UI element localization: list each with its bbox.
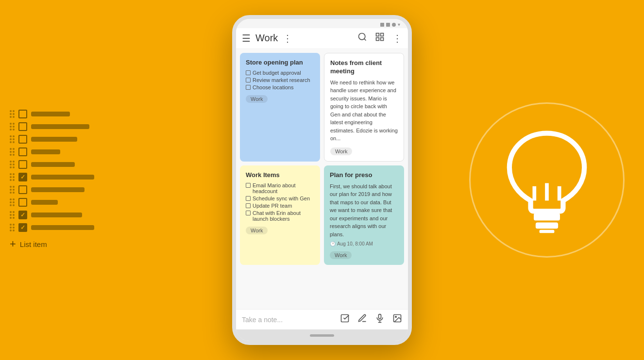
phone-body: ▾ ☰ Work ⋮ ⋮ Store opening [232,15,412,345]
checkbox-5[interactable] [18,160,27,169]
drag-handle[interactable] [10,211,15,219]
check-label: Review market research [253,77,310,83]
checkbox-10[interactable] [18,223,27,232]
drag-handle[interactable] [10,224,15,231]
checkbox-8[interactable] [18,198,27,207]
checkbox-3[interactable] [18,135,27,144]
note-client-meeting[interactable]: Notes from client meeting We need to ret… [324,53,404,162]
svg-rect-6 [341,315,349,322]
drag-handle[interactable] [10,135,15,143]
notes-grid: Store opening plan Get budget approval R… [236,48,408,309]
svg-rect-15 [534,213,560,220]
clock-icon: 🕐 [330,241,336,246]
search-icon[interactable] [357,32,367,44]
svg-point-11 [395,316,397,318]
check-item-1: Email Mario about headcount [246,182,314,194]
list-row-9 [10,211,94,219]
note-label-tag: Work [246,227,268,234]
svg-rect-3 [381,33,384,36]
check-item-4: Chat with Erin about launch blockers [246,210,314,222]
signal-icon-2 [386,23,390,27]
left-list-panel: + List item [10,110,94,250]
drag-handle[interactable] [10,148,15,156]
add-list-item[interactable]: + List item [10,238,94,250]
svg-line-1 [364,39,366,41]
svg-rect-7 [379,314,381,319]
list-row-1 [10,110,94,118]
check-label: Update PR team [253,203,292,209]
mini-checkbox [246,183,251,188]
circle-background [469,102,625,258]
checkbox-6[interactable] [18,173,27,181]
mini-checkbox [246,211,251,215]
menu-icon[interactable]: ☰ [242,33,251,44]
mini-checkbox [246,203,251,208]
take-note-placeholder[interactable]: Take a note... [242,316,283,324]
check-label: Choose locations [253,84,293,90]
options-icon[interactable]: ⋮ [392,33,402,44]
note-label-tag: Work [330,251,352,259]
mini-checkbox [246,70,251,75]
layout-icon[interactable] [375,32,385,44]
check-label: Email Mario about headcount [253,182,314,194]
check-item-3: Update PR team [246,203,314,209]
check-item-2: Schedule sync with Gen [246,196,314,201]
svg-rect-4 [376,38,379,41]
list-row-5 [10,160,94,169]
signal-icon [380,23,384,27]
bar-5 [31,162,75,167]
bottom-action-icons [340,313,402,326]
checkbox-1[interactable] [18,110,27,118]
note-store-opening[interactable]: Store opening plan Get budget approval R… [240,53,320,162]
check-item-1: Get budget approval [246,70,314,76]
drag-handle[interactable] [10,123,15,131]
more-dots-icon[interactable]: ⋮ [283,33,292,44]
note-timestamp: 🕐 Aug 10, 8:00 AM [330,241,398,246]
drag-handle[interactable] [10,161,15,168]
image-icon[interactable] [392,313,402,326]
bar-9 [31,213,82,217]
checkbox-icon[interactable] [340,313,350,326]
mini-checkbox [246,196,251,201]
bar-3 [31,137,77,142]
list-row-7 [10,185,94,194]
list-row-2 [10,122,94,131]
bar-10 [31,225,94,230]
svg-rect-5 [381,38,384,41]
bar-2 [31,124,89,129]
drag-handle[interactable] [10,186,15,194]
drag-handle[interactable] [10,173,15,181]
bar-4 [31,149,60,154]
checkbox-4[interactable] [18,147,27,156]
bar-7 [31,187,85,192]
note-checklist: Get budget approval Review market resear… [246,70,314,90]
svg-rect-16 [536,222,558,229]
app-header: ☰ Work ⋮ ⋮ [236,28,408,48]
list-row-10 [10,223,94,232]
list-row-3 [10,135,94,144]
checkbox-9[interactable] [18,211,27,219]
drag-handle[interactable] [10,198,15,206]
note-plan-preso[interactable]: Plan for preso First, we should talk abo… [324,165,404,265]
header-left: ☰ Work ⋮ [242,33,292,44]
mic-icon[interactable] [375,313,385,326]
bar-8 [31,200,58,205]
drag-handle[interactable] [10,110,15,118]
bottom-bar: Take a note... [236,309,408,329]
right-panel [469,102,625,258]
note-title: Work Items [246,171,314,180]
list-row-4 [10,147,94,156]
note-checklist: Email Mario about headcount Schedule syn… [246,182,314,222]
checkbox-2[interactable] [18,122,27,131]
list-row-8 [10,198,94,207]
check-item-2: Review market research [246,77,314,83]
note-work-items[interactable]: Work Items Email Mario about headcount S… [240,165,320,265]
checkbox-7[interactable] [18,185,27,194]
check-label: Schedule sync with Gen [253,196,310,201]
pen-icon[interactable] [357,313,367,326]
lightbulb-icon [503,127,591,233]
bar-1 [31,112,70,116]
svg-rect-17 [540,230,555,233]
phone-mockup: ▾ ☰ Work ⋮ ⋮ Store opening [232,15,412,345]
note-label-tag: Work [246,95,268,103]
